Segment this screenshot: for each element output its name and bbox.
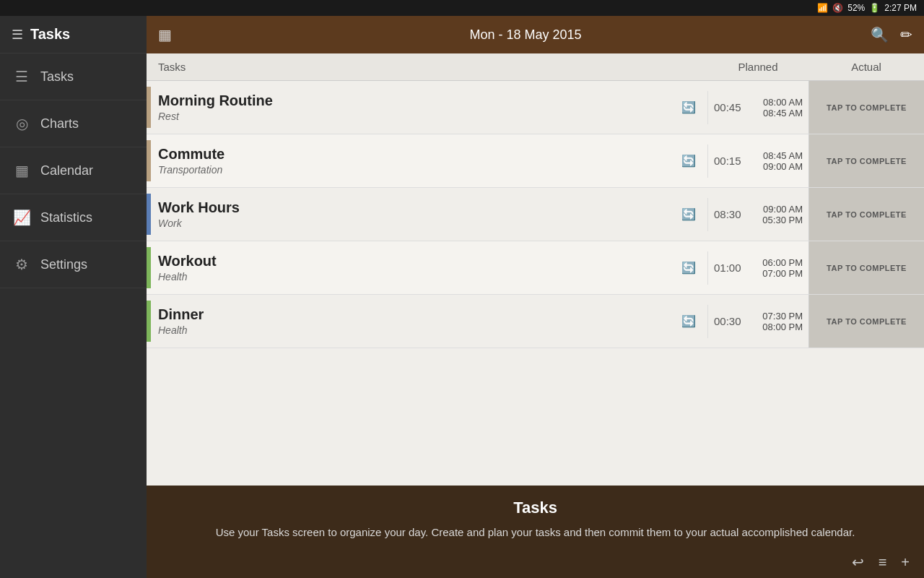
time-end: 05:30 PM	[762, 215, 803, 225]
bottom-section: Tasks Use your Tasks screen to organize …	[147, 486, 924, 579]
sidebar-charts-label: Charts	[40, 116, 79, 131]
sidebar-nav: ☰ Tasks ◎ Charts ▦ Calendar 📈 Statistics…	[0, 53, 147, 578]
sidebar-item-charts[interactable]: ◎ Charts	[0, 100, 147, 147]
table-row: Work Hours Work 🔄 08:30 09:00 AM 05:30 P…	[147, 188, 924, 241]
charts-icon: ◎	[13, 115, 30, 132]
task-cell-name: Morning Routine Rest 🔄	[147, 81, 707, 134]
sidebar-item-calendar[interactable]: ▦ Calendar	[0, 147, 147, 194]
planned-inner: 08:30 09:00 AM 05:30 PM	[714, 204, 803, 225]
header-calendar-icon: ▦	[158, 26, 172, 43]
table-row: Workout Health 🔄 01:00 06:00 PM 07:00 PM…	[147, 241, 924, 295]
task-cell-name: Dinner Health 🔄	[147, 295, 707, 348]
planned-inner: 00:45 08:00 AM 08:45 AM	[714, 97, 803, 118]
task-cell-actual[interactable]: TAP TO COMPLETE	[808, 295, 924, 348]
table-row: Dinner Health 🔄 00:30 07:30 PM 08:00 PM …	[147, 295, 924, 348]
sidebar-item-tasks[interactable]: ☰ Tasks	[0, 53, 147, 100]
main-area: ▦ Mon - 18 May 2015 🔍 ✏ Tasks Planned Ac…	[147, 16, 924, 578]
bottom-description: Use your Tasks screen to organize your d…	[161, 525, 910, 541]
task-category-label: Work	[158, 217, 674, 229]
planned-times: 07:30 PM 08:00 PM	[762, 311, 803, 332]
hamburger-icon[interactable]: ☰	[12, 27, 23, 43]
table-row: Commute Transportation 🔄 00:15 08:45 AM …	[147, 134, 924, 188]
task-cell-planned: 00:45 08:00 AM 08:45 AM	[707, 91, 808, 124]
add-icon[interactable]: +	[901, 554, 910, 571]
header-actions: 🔍 ✏	[871, 26, 912, 43]
task-cell-name: Work Hours Work 🔄	[147, 188, 707, 241]
tasks-icon: ☰	[13, 68, 30, 85]
mute-icon: 🔇	[832, 3, 843, 13]
list-icon[interactable]: ≡	[879, 554, 887, 571]
sync-icon: 🔄	[681, 261, 702, 275]
column-actual: Actual	[808, 53, 924, 80]
bottom-title: Tasks	[161, 499, 910, 517]
task-name-content: Dinner Health	[151, 301, 681, 342]
task-category-label: Health	[158, 324, 674, 336]
edit-icon[interactable]: ✏	[900, 26, 912, 43]
task-cell-name: Commute Transportation 🔄	[147, 134, 707, 187]
planned-duration: 00:15	[714, 155, 741, 167]
task-cell-name: Workout Health 🔄	[147, 241, 707, 294]
undo-icon[interactable]: ↩	[852, 553, 864, 571]
sidebar-title: Tasks	[30, 26, 70, 43]
task-category-label: Transportation	[158, 164, 674, 176]
tap-to-complete-label[interactable]: TAP TO COMPLETE	[827, 210, 907, 219]
task-cell-planned: 08:30 09:00 AM 05:30 PM	[707, 198, 808, 231]
status-bar: 📶 🔇 52% 🔋 2:27 PM	[0, 0, 924, 16]
planned-duration: 08:30	[714, 208, 741, 220]
planned-inner: 00:15 08:45 AM 09:00 AM	[714, 150, 803, 172]
task-rows-container: Morning Routine Rest 🔄 00:45 08:00 AM 08…	[147, 81, 924, 348]
task-name-title: Workout	[158, 253, 674, 269]
task-category-label: Rest	[158, 111, 674, 122]
planned-duration: 00:30	[714, 315, 741, 327]
time-label: 2:27 PM	[884, 3, 917, 13]
task-cell-actual[interactable]: TAP TO COMPLETE	[808, 188, 924, 241]
tap-to-complete-label[interactable]: TAP TO COMPLETE	[827, 103, 907, 112]
time-end: 08:45 AM	[763, 108, 803, 118]
task-name-title: Dinner	[158, 306, 674, 323]
time-start: 08:00 AM	[763, 97, 803, 108]
calendar-icon: ▦	[13, 162, 30, 179]
task-category-label: Health	[158, 271, 674, 282]
sync-icon: 🔄	[681, 154, 702, 168]
time-end: 09:00 AM	[763, 161, 803, 172]
sidebar-header: ☰ Tasks	[0, 16, 147, 53]
task-cell-actual[interactable]: TAP TO COMPLETE	[808, 81, 924, 134]
tap-to-complete-label[interactable]: TAP TO COMPLETE	[827, 317, 907, 326]
bottom-toolbar: ↩ ≡ +	[161, 551, 910, 571]
task-name-title: Work Hours	[158, 199, 674, 216]
signal-icon: 📶	[817, 3, 828, 13]
table-row: Morning Routine Rest 🔄 00:45 08:00 AM 08…	[147, 81, 924, 134]
sync-icon: 🔄	[681, 100, 702, 114]
battery-label: 52%	[847, 3, 865, 13]
task-name-content: Workout Health	[151, 247, 681, 288]
time-start: 07:30 PM	[762, 311, 803, 322]
planned-inner: 01:00 06:00 PM 07:00 PM	[714, 257, 803, 279]
planned-duration: 01:00	[714, 262, 741, 274]
task-table: Tasks Planned Actual Morning Routine Res…	[147, 53, 924, 486]
task-name-title: Morning Routine	[158, 92, 674, 109]
sidebar-item-statistics[interactable]: 📈 Statistics	[0, 194, 147, 241]
tap-to-complete-label[interactable]: TAP TO COMPLETE	[827, 264, 907, 272]
task-cell-actual[interactable]: TAP TO COMPLETE	[808, 241, 924, 294]
time-end: 07:00 PM	[762, 268, 803, 279]
sidebar-calendar-label: Calendar	[40, 163, 93, 178]
column-planned: Planned	[707, 53, 808, 80]
sync-icon: 🔄	[681, 314, 702, 328]
time-start: 06:00 PM	[762, 257, 803, 268]
statistics-icon: 📈	[13, 209, 30, 226]
task-cell-planned: 00:15 08:45 AM 09:00 AM	[707, 144, 808, 178]
planned-times: 08:45 AM 09:00 AM	[763, 150, 803, 172]
time-start: 08:45 AM	[763, 150, 803, 161]
search-icon[interactable]: 🔍	[871, 26, 889, 43]
app-body: ☰ Tasks ☰ Tasks ◎ Charts ▦ Calendar 📈 St…	[0, 16, 924, 578]
sidebar-item-settings[interactable]: ⚙ Settings	[0, 241, 147, 288]
main-header: ▦ Mon - 18 May 2015 🔍 ✏	[147, 16, 924, 53]
sidebar-tasks-label: Tasks	[40, 69, 74, 85]
planned-inner: 00:30 07:30 PM 08:00 PM	[714, 311, 803, 332]
task-cell-actual[interactable]: TAP TO COMPLETE	[808, 134, 924, 187]
planned-times: 08:00 AM 08:45 AM	[763, 97, 803, 118]
task-name-title: Commute	[158, 146, 674, 163]
table-header: Tasks Planned Actual	[147, 53, 924, 81]
tap-to-complete-label[interactable]: TAP TO COMPLETE	[827, 157, 907, 165]
task-name-content: Commute Transportation	[151, 140, 681, 181]
